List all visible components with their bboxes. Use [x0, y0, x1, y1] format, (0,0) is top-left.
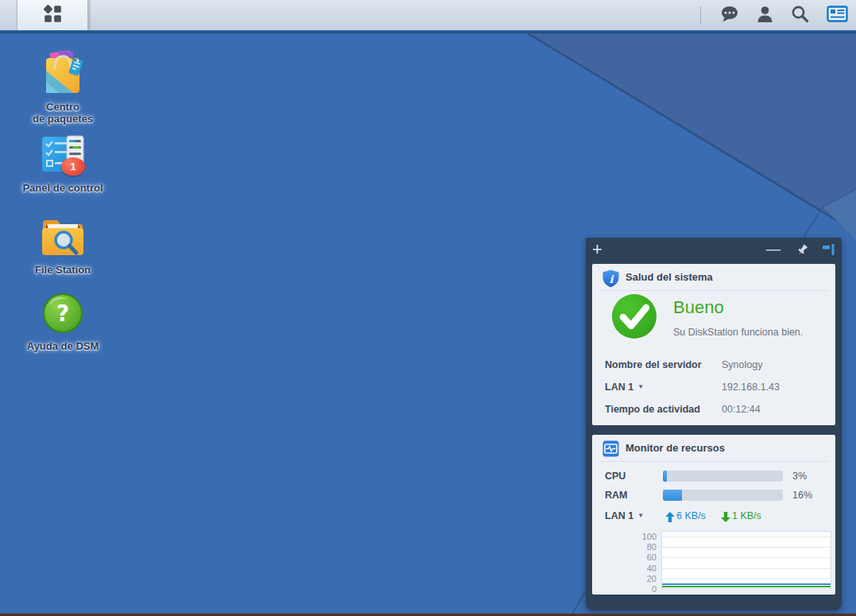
desktop-icon-file-station[interactable]: File Station — [15, 217, 110, 276]
dock-panel-icon — [822, 246, 835, 258]
cpu-meter-fill — [663, 471, 667, 482]
widgets-panel-icon — [827, 6, 848, 25]
notifications-button[interactable] — [720, 6, 739, 25]
info-row-server-name: Nombre del servidor Synology — [592, 354, 835, 376]
user-menu-button[interactable] — [757, 6, 773, 25]
chart-ytick: 20 — [609, 574, 657, 583]
topbar — [0, 0, 856, 30]
system-health-widget: i Salud del sistema — [592, 264, 835, 425]
resource-monitor-icon — [602, 440, 619, 460]
gridline — [662, 557, 831, 558]
gridline — [662, 547, 831, 548]
package-center-icon — [40, 49, 86, 99]
health-shield-icon: i — [602, 269, 619, 291]
row-value: 00:12:44 — [722, 404, 761, 415]
lan-dropdown[interactable]: LAN 1▼ — [605, 510, 644, 521]
icon-label: Panel de control — [15, 182, 110, 194]
pin-panel-button[interactable] — [795, 243, 809, 260]
info-row-lan: LAN 1▼ 192.168.1.43 — [592, 376, 835, 398]
chart-ytick: 40 — [609, 564, 657, 573]
lan-dropdown[interactable]: LAN 1▼ — [605, 382, 644, 393]
download-value: 1 KB/s — [732, 510, 761, 521]
chart-ytick: 60 — [609, 552, 657, 562]
desktop-icon-dsm-help[interactable]: ? Ayuda de DSM — [15, 292, 110, 352]
system-health-header[interactable]: i Salud del sistema — [592, 264, 835, 290]
cpu-meter-row: CPU 3% — [592, 467, 835, 486]
ram-meter-row: RAM 16% — [592, 486, 835, 506]
row-label: Nombre del servidor — [605, 359, 702, 370]
upload-value: 6 KB/s — [676, 510, 706, 521]
widget-panel-toolbar: + — — [586, 238, 842, 264]
gridline — [662, 537, 831, 537]
upload-arrow-icon — [665, 511, 675, 525]
meter-value: 3% — [792, 471, 807, 482]
icon-label: Centro de paquetes — [15, 101, 110, 125]
row-value: Synology — [722, 359, 762, 370]
dock-panel-button[interactable] — [822, 243, 835, 258]
caret-down-icon: ▼ — [637, 383, 644, 390]
desktop-icon-control-panel[interactable]: 1 Panel de control — [15, 132, 110, 194]
user-icon — [757, 6, 773, 25]
health-message: Su DiskStation funciona bien. — [673, 327, 803, 338]
icon-label: Ayuda de DSM — [15, 340, 110, 352]
gridline — [662, 568, 831, 569]
dsm-help-icon: ? — [41, 292, 84, 338]
main-menu-button[interactable] — [17, 0, 88, 30]
widget-title: Salud del sistema — [626, 271, 713, 283]
health-ok-icon — [611, 293, 657, 343]
minimize-panel-button[interactable]: — — [766, 241, 780, 258]
health-status: Bueno — [673, 297, 724, 318]
widget-panel: + — — [586, 238, 842, 610]
chart-line-upload — [662, 583, 831, 585]
grid-menu-icon — [43, 4, 63, 26]
row-value: 192.168.1.43 — [722, 382, 780, 393]
download-arrow-icon — [721, 511, 730, 525]
meter-label: CPU — [605, 471, 626, 482]
desktop-area: Centro de paquetes — [0, 33, 856, 616]
chart-ytick: 0 — [609, 584, 657, 594]
widget-title: Monitor de recursos — [626, 442, 725, 454]
divider — [600, 290, 827, 291]
meter-label: RAM — [605, 490, 627, 501]
topbar-accent-line — [0, 30, 856, 33]
chart-line-download — [662, 586, 831, 587]
resource-monitor-widget: Monitor de recursos CPU 3% RAM 16% LAN 1… — [592, 435, 835, 595]
search-icon — [791, 5, 809, 25]
svg-text:?: ? — [56, 300, 69, 327]
divider — [600, 461, 827, 462]
file-station-icon — [40, 217, 86, 262]
ram-meter-track — [663, 490, 783, 501]
resource-monitor-header[interactable]: Monitor de recursos — [592, 435, 835, 461]
server-info: Nombre del servidor Synology LAN 1▼ 192.… — [592, 354, 835, 420]
icon-label: File Station — [15, 264, 110, 276]
widgets-button[interactable] — [827, 6, 848, 25]
ram-meter-fill — [663, 490, 682, 501]
notification-badge: 1 — [61, 157, 85, 176]
search-button[interactable] — [791, 5, 809, 25]
dsm-desktop: Centro de paquetes — [0, 0, 856, 616]
gridline — [662, 579, 831, 579]
add-widget-button[interactable]: + — [592, 239, 602, 260]
chat-bubble-icon — [720, 6, 739, 25]
caret-down-icon: ▼ — [637, 512, 644, 519]
info-row-uptime: Tiempo de actividad 00:12:44 — [592, 398, 835, 420]
chart-ytick: 100 — [609, 532, 657, 541]
topbar-actions — [700, 0, 848, 30]
lan-traffic-row: LAN 1▼ 6 KB/s 1 KB/s — [592, 507, 835, 526]
chart-ytick: 80 — [609, 542, 657, 552]
pin-icon — [795, 248, 809, 260]
row-label: Tiempo de actividad — [605, 404, 700, 415]
topbar-separator — [700, 6, 701, 24]
cpu-meter-track — [663, 471, 783, 482]
lan-traffic-chart: 100 80 60 40 20 0 — [592, 531, 835, 589]
meter-value: 16% — [792, 490, 812, 501]
desktop-icon-package-center[interactable]: Centro de paquetes — [15, 49, 110, 125]
chart-plot-area — [661, 531, 831, 589]
